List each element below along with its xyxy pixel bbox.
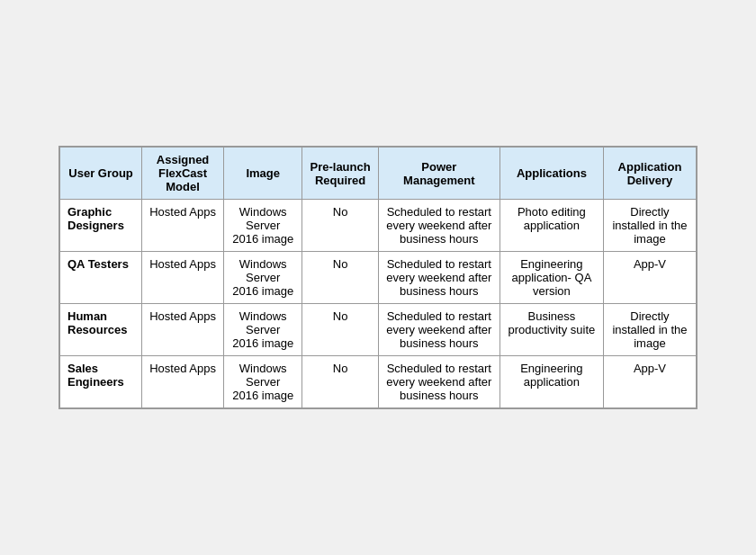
cell-power: Scheduled to restart every weekend after… bbox=[378, 356, 500, 408]
cell-power: Scheduled to restart every weekend after… bbox=[378, 200, 500, 252]
cell-user-group: Graphic Designers bbox=[60, 200, 142, 252]
main-table-wrapper: User Group Assigned FlexCast Model Image… bbox=[58, 146, 698, 409]
cell-applications: Business productivity suite bbox=[500, 304, 603, 356]
table-row: Graphic DesignersHosted AppsWindows Serv… bbox=[60, 200, 697, 252]
cell-user-group: QA Testers bbox=[60, 252, 142, 304]
col-header-power: Power Management bbox=[378, 148, 500, 200]
cell-prelaunch: No bbox=[302, 252, 378, 304]
cell-applications: Photo editing application bbox=[500, 200, 603, 252]
cell-prelaunch: No bbox=[302, 304, 378, 356]
cell-prelaunch: No bbox=[302, 200, 378, 252]
cell-power: Scheduled to restart every weekend after… bbox=[378, 304, 500, 356]
col-header-image: Image bbox=[224, 148, 302, 200]
cell-flexcast: Hosted Apps bbox=[142, 200, 224, 252]
cell-prelaunch: No bbox=[302, 356, 378, 408]
cell-image: Windows Server 2016 image bbox=[224, 252, 302, 304]
cell-power: Scheduled to restart every weekend after… bbox=[378, 252, 500, 304]
col-header-flexcast: Assigned FlexCast Model bbox=[142, 148, 224, 200]
cell-delivery: Directly installed in the image bbox=[603, 304, 696, 356]
cell-image: Windows Server 2016 image bbox=[224, 304, 302, 356]
col-header-prelaunch: Pre-launch Required bbox=[302, 148, 378, 200]
cell-delivery: App-V bbox=[603, 252, 696, 304]
cell-applications: Engineering application- QA version bbox=[500, 252, 603, 304]
cell-user-group: Human Resources bbox=[60, 304, 142, 356]
cell-flexcast: Hosted Apps bbox=[142, 252, 224, 304]
header-row: User Group Assigned FlexCast Model Image… bbox=[60, 148, 697, 200]
table-row: Human ResourcesHosted AppsWindows Server… bbox=[60, 304, 697, 356]
cell-user-group: Sales Engineers bbox=[60, 356, 142, 408]
cell-delivery: Directly installed in the image bbox=[603, 200, 696, 252]
cell-delivery: App-V bbox=[603, 356, 696, 408]
col-header-delivery: Application Delivery bbox=[603, 148, 696, 200]
cell-image: Windows Server 2016 image bbox=[224, 356, 302, 408]
cell-image: Windows Server 2016 image bbox=[224, 200, 302, 252]
col-header-user-group: User Group bbox=[60, 148, 142, 200]
cell-flexcast: Hosted Apps bbox=[142, 356, 224, 408]
cell-flexcast: Hosted Apps bbox=[142, 304, 224, 356]
col-header-applications: Applications bbox=[500, 148, 603, 200]
data-table: User Group Assigned FlexCast Model Image… bbox=[59, 147, 697, 408]
table-row: QA TestersHosted AppsWindows Server 2016… bbox=[60, 252, 697, 304]
cell-applications: Engineering application bbox=[500, 356, 603, 408]
table-row: Sales EngineersHosted AppsWindows Server… bbox=[60, 356, 697, 408]
